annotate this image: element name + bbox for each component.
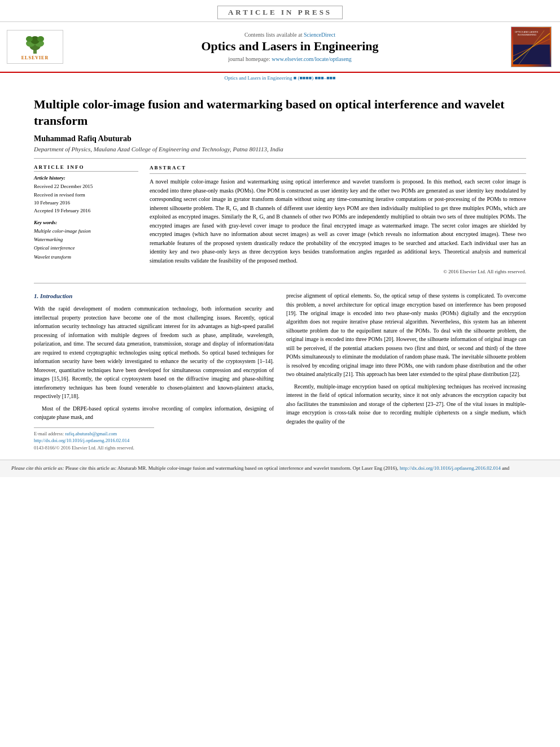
email-link[interactable]: rafiq.abuturab@gmail.com bbox=[65, 431, 117, 436]
introduction-section: 1. Introduction With the rapid developme… bbox=[34, 291, 526, 452]
doi-footnote-link[interactable]: http://dx.doi.org/10.1016/j.optlaseng.20… bbox=[34, 438, 129, 443]
email-label: E-mail address: bbox=[34, 431, 64, 436]
citation-and: and bbox=[502, 465, 509, 471]
sciencedirect-link[interactable]: ScienceDirect bbox=[304, 32, 335, 38]
keyword-1: Multiple color-image fusion bbox=[34, 227, 138, 235]
doi-journal-link[interactable]: Optics and Lasers in Engineering ■ (■■■■… bbox=[224, 75, 335, 81]
citation-text: Please cite this article as: Abuturab MR… bbox=[65, 465, 399, 471]
intro-p2: Most of the DRPE-based optical systems i… bbox=[34, 404, 274, 422]
revised-label: Received in revised form bbox=[34, 191, 138, 199]
header-rule bbox=[34, 158, 526, 159]
issn-line: 0143-8166/© 2016 Elsevier Ltd. All right… bbox=[34, 444, 274, 452]
elsevier-label: ELSEVIER bbox=[21, 55, 49, 60]
email-line: E-mail address: rafiq.abuturab@gmail.com bbox=[34, 430, 274, 438]
body-columns: 1. Introduction With the rapid developme… bbox=[34, 291, 526, 452]
accepted-date: Accepted 19 February 2016 bbox=[34, 207, 138, 215]
author-affiliation: Department of Physics, Maulana Azad Coll… bbox=[34, 146, 526, 152]
section-1-heading: 1. Introduction bbox=[34, 291, 274, 301]
journal-homepage-link[interactable]: www.elsevier.com/locate/optlaseng bbox=[272, 56, 352, 62]
journal-cover-text: OPTICS AND LASERS IN ENGINEERING bbox=[513, 28, 550, 65]
received-date: Received 22 December 2015 bbox=[34, 182, 138, 190]
keyword-2: Watermarking bbox=[34, 235, 138, 244]
abstract-column: ABSTRACT A novel multiple color-image fu… bbox=[150, 164, 526, 276]
article-info-column: ARTICLE INFO Article history: Received 2… bbox=[34, 164, 138, 276]
keywords-label: Key words: bbox=[34, 220, 138, 225]
elsevier-logo-box: ELSEVIER bbox=[7, 30, 63, 64]
revised-date: 10 February 2016 bbox=[34, 199, 138, 207]
body-col-right: precise alignment of optical elements. S… bbox=[286, 291, 526, 452]
keywords-list: Multiple color-image fusion Watermarking… bbox=[34, 227, 138, 261]
intro-col2-p1: precise alignment of optical elements. S… bbox=[286, 291, 526, 379]
journal-main-title: Optics and Lasers in Engineering bbox=[69, 39, 511, 54]
abstract-text: A novel multiple color-image fusion and … bbox=[150, 177, 526, 265]
svg-text:IN ENGINEERING: IN ENGINEERING bbox=[518, 33, 536, 36]
contents-line: Contents lists available at ScienceDirec… bbox=[69, 32, 511, 38]
elsevier-logo-area: ELSEVIER bbox=[7, 30, 69, 64]
abstract-rule bbox=[34, 283, 526, 283]
article-title: Multiple color-image fusion and watermar… bbox=[34, 97, 526, 129]
elsevier-tree-icon bbox=[18, 33, 52, 55]
article-history-label: Article history: bbox=[34, 175, 138, 181]
info-abstract-columns: ARTICLE INFO Article history: Received 2… bbox=[34, 164, 526, 276]
doi-line: Optics and Lasers in Engineering ■ (■■■■… bbox=[0, 73, 560, 81]
copyright-line: © 2016 Elsevier Ltd. All rights reserved… bbox=[150, 268, 526, 276]
svg-point-5 bbox=[26, 36, 33, 42]
article-in-press-banner: ARTICLE IN PRESS bbox=[0, 0, 560, 22]
article-info-title: ARTICLE INFO bbox=[34, 164, 138, 172]
footnote-divider bbox=[34, 427, 154, 428]
citation-please-label: Please cite this article as: bbox=[11, 465, 65, 471]
keyword-4: Wavelet transform bbox=[34, 253, 138, 261]
journal-homepage-line: journal homepage: www.elsevier.com/locat… bbox=[69, 56, 511, 62]
doi-footnote: http://dx.doi.org/10.1016/j.optlaseng.20… bbox=[34, 437, 274, 444]
article-dates: Received 22 December 2015 Received in re… bbox=[34, 182, 138, 215]
citation-doi-link[interactable]: http://dx.doi.org/10.1016/j.optlaseng.20… bbox=[400, 465, 501, 471]
abstract-paragraph: A novel multiple color-image fusion and … bbox=[150, 177, 526, 265]
abstract-title: ABSTRACT bbox=[150, 164, 526, 174]
svg-point-6 bbox=[37, 36, 44, 42]
author-name: Muhammad Rafiq Abuturab bbox=[34, 134, 526, 143]
body-col-left: 1. Introduction With the rapid developme… bbox=[34, 291, 274, 452]
journal-title-area: Contents lists available at ScienceDirec… bbox=[69, 32, 511, 62]
journal-header: ELSEVIER Contents lists available at Sci… bbox=[0, 22, 560, 73]
journal-cover-icon: OPTICS AND LASERS IN ENGINEERING bbox=[513, 28, 550, 64]
article-in-press-text: ARTICLE IN PRESS bbox=[217, 6, 343, 19]
journal-cover-box: OPTICS AND LASERS IN ENGINEERING bbox=[511, 27, 552, 67]
footnote-area: E-mail address: rafiq.abuturab@gmail.com… bbox=[34, 430, 274, 452]
intro-col2-p2: Recently, multiple-image encryption base… bbox=[286, 382, 526, 426]
main-content: Multiple color-image fusion and watermar… bbox=[0, 81, 560, 452]
bottom-citation-bar: Please cite this article as: Please cite… bbox=[0, 460, 560, 477]
journal-cover-image: OPTICS AND LASERS IN ENGINEERING bbox=[511, 27, 553, 67]
intro-p1: With the rapid development of modern com… bbox=[34, 304, 274, 400]
keyword-3: Optical interference bbox=[34, 244, 138, 252]
